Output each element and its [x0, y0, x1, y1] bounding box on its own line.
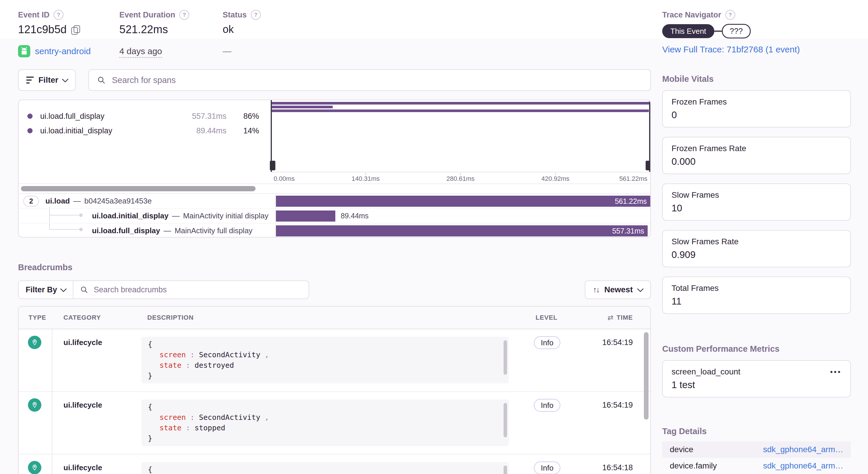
custom-metric-card[interactable]: screen_load_count ••• 1 test: [662, 360, 851, 397]
vital-label: Total Frames: [672, 284, 841, 293]
breadcrumb-code-block[interactable]: { screen : SecondActivity , state : stop…: [142, 399, 509, 446]
custom-metrics-title: Custom Performance Metrics: [662, 344, 851, 354]
axis-tick-label: 420.92ms: [541, 175, 570, 183]
span-op: ui.load: [45, 197, 70, 206]
breadcrumb-time: 16:54:19: [589, 329, 650, 391]
span-minimap[interactable]: 0.00ms 140.31ms 280.61ms 420.92ms 561.22…: [271, 100, 650, 183]
vital-card[interactable]: Slow Frames 10: [662, 183, 851, 221]
breadcrumb-code-block[interactable]: { screen : SecondActivity , state : dest…: [142, 337, 509, 383]
col-time[interactable]: ⇄ TIME: [589, 314, 650, 322]
minimap-right-handle[interactable]: [646, 161, 651, 170]
level-badge: Info: [534, 462, 560, 474]
android-icon: [18, 45, 30, 57]
tag-value-link[interactable]: sdk_gphone64_arm…: [763, 461, 843, 471]
event-header: Event ID ? 121c9b5d Event Duration ? 521…: [0, 0, 868, 39]
event-detail-page: Event ID ? 121c9b5d Event Duration ? 521…: [0, 0, 868, 474]
span-filter-button[interactable]: Filter: [18, 69, 76, 91]
span-duration: 89.44ms: [341, 212, 369, 220]
tag-row[interactable]: device sdk_gphone64_arm…: [662, 441, 851, 458]
event-subheader: sentry-android 4 days ago — View Full Tr…: [0, 39, 868, 66]
breadcrumb-search-input[interactable]: [93, 285, 302, 295]
breadcrumb-row[interactable]: ui.lifecycle { screen : SecondActivity ,…: [19, 329, 650, 392]
tag-value-link[interactable]: sdk_gphone64_arm…: [763, 445, 843, 454]
span-tree-row[interactable]: 2 ui.load — b04245a3ea91453e 561.22ms: [19, 194, 650, 208]
legend-duration: 89.44ms: [196, 126, 226, 136]
breadcrumb-code-block[interactable]: {: [142, 462, 509, 474]
col-category: CATEGORY: [51, 314, 134, 321]
span-search-input[interactable]: [111, 75, 643, 85]
trace-navigator-header: Trace Navigator ?: [662, 10, 735, 20]
breadcrumb-sort-button[interactable]: ↑↓ Newest: [585, 280, 651, 299]
breadcrumb-category: ui.lifecycle: [51, 454, 134, 474]
code-scrollbar-thumb[interactable]: [503, 403, 507, 437]
axis-tick-label: 561.22ms: [619, 175, 647, 183]
breadcrumbs-table-header: TYPE CATEGORY DESCRIPTION LEVEL ⇄ TIME: [19, 306, 650, 329]
copy-icon[interactable]: [71, 25, 80, 34]
legend-percent: 86%: [226, 112, 259, 121]
span-op: ui.load.full_display: [92, 226, 160, 235]
breadcrumb-category: ui.lifecycle: [51, 329, 134, 391]
breadcrumb-time: 16:54:19: [589, 392, 650, 454]
navigation-pin-icon: [28, 398, 41, 412]
vital-card[interactable]: Frozen Frames 0: [662, 90, 851, 127]
spans-panel: ui.load.full_display 557.31ms 86% ui.loa…: [18, 99, 651, 238]
chevron-down-icon: [637, 286, 644, 292]
col-type: TYPE: [19, 314, 51, 321]
vital-card[interactable]: Slow Frames Rate 0.909: [662, 230, 851, 267]
breadcrumb-search-box: [73, 281, 309, 298]
span-tree-row[interactable]: ui.load.initial_display — MainActivity i…: [19, 208, 650, 223]
legend-name: ui.load.initial_display: [40, 126, 112, 136]
legend-row[interactable]: ui.load.full_display 557.31ms 86%: [27, 109, 259, 123]
breadcrumb-row[interactable]: ui.lifecycle { screen : SecondActivity ,…: [19, 392, 650, 454]
tag-key: device: [670, 445, 693, 454]
breadcrumb-category: ui.lifecycle: [51, 392, 134, 454]
status-sub-dash: —: [223, 46, 231, 56]
code-scrollbar-thumb[interactable]: [503, 466, 507, 474]
breadcrumbs-table: TYPE CATEGORY DESCRIPTION LEVEL ⇄ TIME: [18, 306, 651, 474]
breadcrumb-time: 16:54:18: [589, 454, 650, 474]
next-event-pill[interactable]: ???: [722, 24, 751, 38]
vital-card[interactable]: Frozen Frames Rate 0.000: [662, 137, 851, 174]
vital-card[interactable]: Total Frames 11: [662, 276, 851, 314]
col-description: DESCRIPTION: [134, 314, 534, 321]
legend-row[interactable]: ui.load.initial_display 89.44ms 14%: [27, 123, 259, 138]
tag-key: device.family: [670, 461, 717, 471]
span-count-pill[interactable]: 2: [23, 196, 39, 207]
vital-label: Frozen Frames: [672, 97, 841, 107]
tag-row[interactable]: device.family sdk_gphone64_arm…: [662, 458, 851, 474]
overflow-menu-icon[interactable]: •••: [830, 367, 841, 377]
minimap-left-handle[interactable]: [270, 161, 275, 170]
table-scrollbar-thumb[interactable]: [644, 332, 649, 419]
this-event-pill[interactable]: This Event: [662, 24, 714, 38]
legend-name: ui.load.full_display: [40, 112, 104, 121]
breadcrumb-row[interactable]: ui.lifecycle { Info 16:54:18: [19, 454, 650, 474]
status-field: Status ? ok: [223, 10, 261, 35]
vital-value: 0.909: [672, 249, 841, 260]
span-controls: Filter: [18, 69, 651, 91]
span-bar[interactable]: [276, 210, 335, 221]
minimap-bar: [272, 102, 651, 105]
code-scrollbar-thumb[interactable]: [503, 340, 507, 375]
span-tree-row[interactable]: ui.load.full_display — MainActivity full…: [19, 223, 650, 238]
span-scrollbar-track: [19, 183, 650, 194]
span-description: b04245a3ea91453e: [85, 197, 152, 206]
event-age[interactable]: 4 days ago: [119, 46, 162, 58]
navigation-pin-icon: [28, 461, 41, 474]
span-bar[interactable]: 561.22ms: [276, 196, 650, 207]
navigation-pin-icon: [28, 336, 41, 349]
view-full-trace-link[interactable]: View Full Trace: 71bf2768 (1 event): [662, 45, 800, 55]
project-link[interactable]: sentry-android: [18, 45, 91, 57]
help-icon[interactable]: ?: [251, 10, 261, 20]
search-icon: [80, 285, 89, 294]
breadcrumb-filter-by-button[interactable]: Filter By: [19, 281, 73, 298]
vital-label: Frozen Frames Rate: [672, 144, 841, 153]
sidebar: Mobile Vitals Frozen Frames 0 Frozen Fra…: [662, 69, 851, 474]
span-op: ui.load.initial_display: [92, 211, 168, 220]
horizontal-scrollbar-thumb[interactable]: [21, 186, 255, 191]
mobile-vitals-title: Mobile Vitals: [662, 74, 851, 84]
metric-name: screen_load_count: [672, 367, 741, 377]
help-icon[interactable]: ?: [179, 10, 189, 20]
span-bar[interactable]: 557.31ms: [276, 225, 648, 236]
help-icon[interactable]: ?: [54, 10, 63, 20]
help-icon[interactable]: ?: [725, 10, 735, 20]
